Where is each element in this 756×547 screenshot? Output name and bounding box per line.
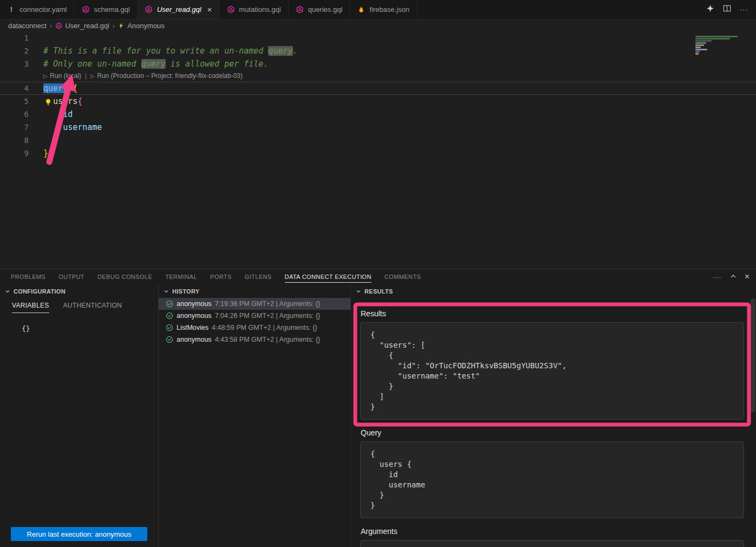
code-text: username: [29, 121, 102, 134]
breadcrumb-symbol[interactable]: Anonymous: [127, 22, 165, 30]
editor-line-1[interactable]: 1: [0, 31, 756, 44]
yaml-icon: !: [7, 5, 16, 14]
editor[interactable]: 12# This is a file for you to write an u…: [0, 31, 756, 269]
line-number: 6: [0, 108, 29, 121]
chevron-down-icon: [356, 289, 361, 294]
panel-tab-ports[interactable]: PORTS: [204, 269, 238, 284]
panel-tab-gitlens[interactable]: GITLENS: [238, 269, 278, 284]
query-block: { users { id username } }: [360, 441, 744, 518]
tab-connector-yaml[interactable]: ! connector.yaml: [0, 0, 74, 19]
code-text: id: [29, 108, 73, 121]
graphql-icon: [226, 5, 235, 14]
more-actions-icon[interactable]: ···: [740, 5, 748, 14]
graphql-icon: [296, 5, 304, 14]
code-text: users{: [29, 95, 82, 108]
history-header[interactable]: HISTORY: [159, 284, 350, 298]
editor-line-6[interactable]: 6 id: [0, 108, 756, 121]
history-section: HISTORY anonymous 7:19:36 PM GMT+2 | Arg…: [159, 284, 351, 547]
tab-mutations-gql[interactable]: mutations.gql: [219, 0, 288, 19]
symbol-anonymous-icon: [118, 22, 125, 29]
code-text: query {: [29, 82, 77, 95]
history-meta: 4:48:59 PM GMT+2 | Arguments: {}: [212, 324, 317, 331]
history-name: anonymous: [177, 312, 212, 320]
configuration-tabs: VARIABLES AUTHENTICATION: [0, 302, 158, 313]
close-icon[interactable]: ×: [207, 5, 212, 14]
editor-line-3[interactable]: 3# Only one un-named query is allowed pe…: [0, 57, 756, 70]
play-icon: ▷: [90, 73, 95, 79]
editor-line-2[interactable]: 2# This is a file for you to write an un…: [0, 44, 756, 57]
tab-queries-gql[interactable]: queries.gql: [289, 0, 350, 19]
copilot-sparkle-icon[interactable]: [706, 4, 714, 15]
breadcrumb: dataconnect › User_read.gql › Anonymous: [0, 19, 756, 31]
more-actions-icon[interactable]: ···: [713, 273, 722, 281]
graphql-icon: [81, 5, 90, 14]
query-heading: Query: [361, 428, 744, 437]
editor-tab-bar: ! connector.yaml schema.gql User_read.gq…: [0, 0, 756, 19]
run-production-link[interactable]: ▷ Run (Production – Project: friendly-fl…: [90, 70, 243, 82]
results-heading: Results: [361, 309, 744, 318]
check-circle-icon: [166, 312, 173, 320]
editor-line-8[interactable]: 8 }: [0, 134, 756, 147]
history-row[interactable]: anonymous 7:04:26 PM GMT+2 | Arguments: …: [159, 310, 350, 322]
scrollbar[interactable]: [751, 298, 755, 412]
tab-user-read-gql[interactable]: User_read.gql ×: [138, 0, 219, 19]
history-meta: 7:04:26 PM GMT+2 | Arguments: {}: [215, 312, 321, 320]
chevron-down-icon: [5, 289, 10, 294]
tab-schema-gql[interactable]: schema.gql: [74, 0, 137, 19]
tab-variables[interactable]: VARIABLES: [12, 302, 49, 313]
history-row[interactable]: anonymous 7:19:36 PM GMT+2 | Arguments: …: [159, 298, 350, 310]
breadcrumb-file[interactable]: User_read.gql: [65, 22, 109, 30]
chevron-down-icon: [164, 289, 169, 294]
run-local-link[interactable]: ▷ Run (local): [43, 70, 81, 82]
breadcrumb-folder[interactable]: dataconnect: [8, 22, 47, 30]
editor-line-4[interactable]: 4query {: [0, 82, 756, 95]
editor-code: 12# This is a file for you to write an u…: [0, 31, 756, 160]
chevron-right-icon: ›: [112, 22, 115, 30]
history-row[interactable]: anonymous 4:43:58 PM GMT+2 | Arguments: …: [159, 334, 350, 346]
editor-tabs: ! connector.yaml schema.gql User_read.gq…: [0, 0, 417, 19]
line-number: 4: [0, 82, 29, 95]
graphql-icon: [145, 5, 153, 14]
panel-tab-terminal[interactable]: TERMINAL: [159, 269, 204, 284]
code-text: }: [29, 134, 58, 147]
history-name: ListMovies: [177, 324, 208, 331]
editor-line-9[interactable]: 9}: [0, 147, 756, 160]
line-number: 5: [0, 95, 29, 108]
variables-value[interactable]: {}: [22, 324, 158, 333]
code-text: # Only one un-named query is allowed per…: [29, 57, 268, 70]
editor-line-5[interactable]: 5 users{: [0, 95, 756, 108]
split-editor-icon[interactable]: [723, 4, 731, 15]
panel-tab-debug-console[interactable]: DEBUG CONSOLE: [91, 269, 159, 284]
graphql-icon: [55, 22, 62, 29]
line-number: 3: [0, 57, 29, 70]
maximize-panel-icon[interactable]: [730, 272, 737, 282]
rerun-last-execution-button[interactable]: Rerun last execution: anonymous: [11, 527, 147, 541]
panel-tab-comments[interactable]: COMMENTS: [378, 269, 427, 284]
tab-label: mutations.gql: [239, 5, 281, 14]
tab-label: User_read.gql: [157, 5, 201, 14]
editor-line-7[interactable]: 7 username: [0, 121, 756, 134]
results-section: RESULTS Results { "users": [ { "id": "Or…: [351, 284, 756, 547]
results-header[interactable]: RESULTS: [351, 284, 756, 298]
panel-tab-problems[interactable]: PROBLEMS: [4, 269, 52, 284]
check-circle-icon: [166, 336, 173, 343]
close-panel-icon[interactable]: ×: [745, 272, 750, 281]
configuration-header[interactable]: CONFIGURATION: [0, 284, 158, 298]
tab-label: firebase.json: [369, 5, 409, 14]
panel-tab-output[interactable]: OUTPUT: [52, 269, 91, 284]
history-meta: 7:19:36 PM GMT+2 | Arguments: {}: [215, 300, 321, 308]
code-text: # This is a file for you to write an un-…: [29, 44, 298, 57]
section-title: HISTORY: [172, 288, 199, 295]
codelens: ▷ Run (local)|▷ Run (Production – Projec…: [0, 70, 756, 82]
codelens-separator: |: [85, 70, 87, 82]
panel-tab-data-connect-execution[interactable]: DATA CONNECT EXECUTION: [278, 269, 378, 284]
check-circle-icon: [166, 300, 173, 308]
history-row[interactable]: ListMovies 4:48:59 PM GMT+2 | Arguments:…: [159, 322, 350, 334]
tab-authentication[interactable]: AUTHENTICATION: [63, 302, 122, 313]
vscode-window: ! connector.yaml schema.gql User_read.gq…: [0, 0, 756, 547]
tab-firebase-json[interactable]: firebase.json: [350, 0, 417, 19]
arguments-heading: Arguments: [361, 527, 744, 536]
minimap[interactable]: [693, 32, 750, 66]
tab-bar-actions: ···: [706, 0, 756, 19]
history-meta: 4:43:58 PM GMT+2 | Arguments: {}: [215, 336, 321, 343]
